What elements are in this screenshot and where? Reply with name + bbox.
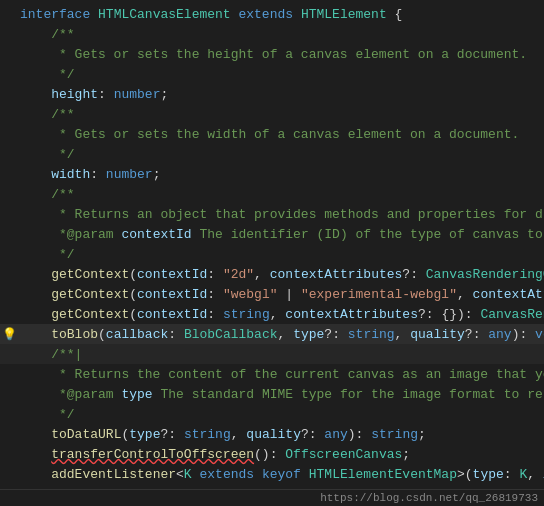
code-area: interface HTMLCanvasElement extends HTML…	[0, 0, 544, 506]
code-line: * Returns the content of the current can…	[0, 364, 544, 384]
code-line: getContext(contextId: string, contextAtt…	[0, 304, 544, 324]
comment: /**	[20, 187, 75, 202]
code-line: toDataURL(type?: string, quality?: any):…	[0, 424, 544, 444]
comment: /**|	[20, 347, 82, 362]
code-line: * Returns an object that provides method…	[0, 204, 544, 224]
comment: * Returns the content of the current can…	[20, 367, 544, 382]
property: width	[20, 167, 90, 182]
code-line: getContext(contextId: "2d", contextAttri…	[0, 264, 544, 284]
code-line: interface HTMLCanvasElement extends HTML…	[0, 4, 544, 24]
comment: */	[20, 147, 75, 162]
code-line: /**	[0, 104, 544, 124]
code-line: */	[0, 244, 544, 264]
code-line: /**	[0, 24, 544, 44]
code-line: /**	[0, 184, 544, 204]
status-url: https://blog.csdn.net/qq_26819733	[320, 492, 538, 504]
comment: *	[20, 227, 67, 242]
code-line: /**|	[0, 344, 544, 364]
keyword: interface	[20, 7, 90, 22]
comment: * Gets or sets the height of a canvas el…	[20, 47, 527, 62]
comment: The standard MIME type for the image for…	[160, 387, 544, 402]
comment: /**	[20, 107, 75, 122]
param-tag: @param	[67, 227, 114, 242]
code-line: */	[0, 404, 544, 424]
code-line: transferControlToOffscreen(): OffscreenC…	[0, 444, 544, 464]
code-editor: interface HTMLCanvasElement extends HTML…	[0, 0, 544, 506]
function-name: toBlob	[51, 327, 98, 342]
code-line: */	[0, 144, 544, 164]
keyword: extends	[238, 7, 293, 22]
code-line: * @param type The standard MIME type for…	[0, 384, 544, 404]
comment: /**	[20, 27, 75, 42]
code-line-highlight: 💡 toBlob(callback: BlobCallback, type?: …	[0, 324, 544, 344]
code-line: addEventListener<K extends keyof HTMLEle…	[0, 464, 544, 484]
code-line: * Gets or sets the height of a canvas el…	[0, 44, 544, 64]
function-name: getContext	[51, 287, 129, 302]
code-line: height: number;	[0, 84, 544, 104]
function-name: addEventListener	[51, 467, 176, 482]
comment: */	[20, 407, 75, 422]
function-name: getContext	[51, 267, 129, 282]
function-name: getContext	[51, 307, 129, 322]
function-name: toDataURL	[51, 427, 121, 442]
comment: */	[20, 67, 75, 82]
bulb-icon[interactable]: 💡	[2, 327, 17, 342]
type-name: HTMLElement	[301, 7, 387, 22]
code-line: * Gets or sets the width of a canvas ele…	[0, 124, 544, 144]
code-line: * @param contextId The identifier (ID) o…	[0, 224, 544, 244]
comment: */	[20, 247, 75, 262]
code-line: width: number;	[0, 164, 544, 184]
function-name: transferControlToOffscreen	[51, 447, 254, 462]
type-name: HTMLCanvasElement	[98, 7, 231, 22]
line-gutter: 💡	[2, 327, 16, 342]
comment: *	[20, 387, 67, 402]
comment: * Gets or sets the width of a canvas ele…	[20, 127, 519, 142]
code-line: */	[0, 64, 544, 84]
param-name: contextId	[121, 227, 191, 242]
comment: The identifier (ID) of the type of canva…	[199, 227, 544, 242]
param-name: type	[121, 387, 152, 402]
keyword: number	[106, 167, 153, 182]
param-tag: @param	[67, 387, 114, 402]
property: height	[20, 87, 98, 102]
status-bar: https://blog.csdn.net/qq_26819733	[0, 489, 544, 506]
keyword: number	[114, 87, 161, 102]
comment: * Returns an object that provides method…	[20, 207, 544, 222]
code-line: getContext(contextId: "webgl" | "experim…	[0, 284, 544, 304]
